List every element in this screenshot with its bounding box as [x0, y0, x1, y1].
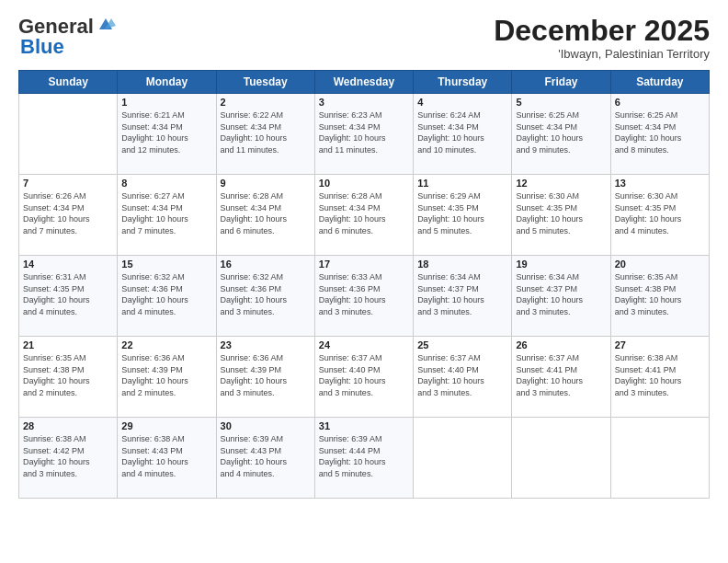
calendar-cell: 9Sunrise: 6:28 AM Sunset: 4:34 PM Daylig… — [216, 175, 314, 256]
header-day-tuesday: Tuesday — [216, 71, 314, 94]
day-info: Sunrise: 6:33 AM Sunset: 4:36 PM Dayligh… — [319, 271, 409, 317]
calendar-cell: 31Sunrise: 6:39 AM Sunset: 4:44 PM Dayli… — [314, 418, 413, 499]
calendar-cell — [19, 94, 118, 175]
day-number: 12 — [516, 178, 606, 189]
day-info: Sunrise: 6:25 AM Sunset: 4:34 PM Dayligh… — [615, 109, 705, 155]
day-info: Sunrise: 6:37 AM Sunset: 4:41 PM Dayligh… — [516, 352, 606, 398]
calendar-cell: 7Sunrise: 6:26 AM Sunset: 4:34 PM Daylig… — [19, 175, 118, 256]
day-number: 10 — [319, 178, 409, 189]
day-info: Sunrise: 6:35 AM Sunset: 4:38 PM Dayligh… — [23, 352, 113, 398]
day-info: Sunrise: 6:37 AM Sunset: 4:40 PM Dayligh… — [319, 352, 409, 398]
day-number: 11 — [417, 178, 507, 189]
day-number: 17 — [319, 259, 409, 270]
header-day-thursday: Thursday — [414, 71, 512, 94]
day-number: 30 — [221, 420, 311, 431]
header-day-saturday: Saturday — [610, 71, 709, 94]
header: General Blue December 2025 'Ibwayn, Pale… — [18, 15, 710, 61]
day-number: 23 — [221, 339, 311, 350]
day-info: Sunrise: 6:35 AM Sunset: 4:38 PM Dayligh… — [615, 271, 705, 317]
day-info: Sunrise: 6:39 AM Sunset: 4:44 PM Dayligh… — [319, 433, 409, 479]
calendar-cell: 3Sunrise: 6:23 AM Sunset: 4:34 PM Daylig… — [314, 94, 413, 175]
day-number: 14 — [23, 259, 113, 270]
subtitle: 'Ibwayn, Palestinian Territory — [494, 47, 710, 61]
calendar-cell: 18Sunrise: 6:34 AM Sunset: 4:37 PM Dayli… — [414, 256, 512, 337]
logo: General Blue — [18, 15, 116, 59]
calendar-page: General Blue December 2025 'Ibwayn, Pale… — [0, 0, 728, 563]
day-info: Sunrise: 6:32 AM Sunset: 4:36 PM Dayligh… — [221, 271, 311, 317]
day-number: 27 — [615, 339, 705, 350]
week-row-4: 21Sunrise: 6:35 AM Sunset: 4:38 PM Dayli… — [19, 337, 710, 418]
day-number: 18 — [417, 259, 507, 270]
calendar-cell: 6Sunrise: 6:25 AM Sunset: 4:34 PM Daylig… — [610, 94, 709, 175]
logo-icon — [96, 17, 116, 33]
day-number: 20 — [615, 259, 705, 270]
calendar-cell: 15Sunrise: 6:32 AM Sunset: 4:36 PM Dayli… — [118, 256, 216, 337]
day-info: Sunrise: 6:37 AM Sunset: 4:40 PM Dayligh… — [417, 352, 507, 398]
day-info: Sunrise: 6:30 AM Sunset: 4:35 PM Dayligh… — [516, 190, 606, 236]
day-info: Sunrise: 6:38 AM Sunset: 4:42 PM Dayligh… — [23, 433, 113, 479]
day-info: Sunrise: 6:25 AM Sunset: 4:34 PM Dayligh… — [516, 109, 606, 155]
calendar-cell: 19Sunrise: 6:34 AM Sunset: 4:37 PM Dayli… — [512, 256, 610, 337]
day-number: 6 — [615, 97, 705, 108]
day-number: 13 — [615, 178, 705, 189]
week-row-2: 7Sunrise: 6:26 AM Sunset: 4:34 PM Daylig… — [19, 175, 710, 256]
calendar-cell — [414, 418, 512, 499]
calendar-cell: 30Sunrise: 6:39 AM Sunset: 4:43 PM Dayli… — [216, 418, 314, 499]
day-number: 4 — [417, 97, 507, 108]
header-day-monday: Monday — [118, 71, 216, 94]
day-number: 26 — [516, 339, 606, 350]
calendar-cell: 8Sunrise: 6:27 AM Sunset: 4:34 PM Daylig… — [118, 175, 216, 256]
day-info: Sunrise: 6:39 AM Sunset: 4:43 PM Dayligh… — [221, 433, 311, 479]
day-info: Sunrise: 6:36 AM Sunset: 4:39 PM Dayligh… — [221, 352, 311, 398]
header-row: SundayMondayTuesdayWednesdayThursdayFrid… — [19, 71, 710, 94]
day-number: 24 — [319, 339, 409, 350]
day-number: 29 — [121, 420, 211, 431]
week-row-1: 1Sunrise: 6:21 AM Sunset: 4:34 PM Daylig… — [19, 94, 710, 175]
calendar-cell: 2Sunrise: 6:22 AM Sunset: 4:34 PM Daylig… — [216, 94, 314, 175]
calendar-cell: 12Sunrise: 6:30 AM Sunset: 4:35 PM Dayli… — [512, 175, 610, 256]
calendar-header: SundayMondayTuesdayWednesdayThursdayFrid… — [19, 71, 710, 94]
calendar-cell: 16Sunrise: 6:32 AM Sunset: 4:36 PM Dayli… — [216, 256, 314, 337]
day-info: Sunrise: 6:38 AM Sunset: 4:43 PM Dayligh… — [121, 433, 211, 479]
day-info: Sunrise: 6:21 AM Sunset: 4:34 PM Dayligh… — [121, 109, 211, 155]
day-number: 3 — [319, 97, 409, 108]
day-info: Sunrise: 6:28 AM Sunset: 4:34 PM Dayligh… — [319, 190, 409, 236]
day-info: Sunrise: 6:27 AM Sunset: 4:34 PM Dayligh… — [121, 190, 211, 236]
day-number: 19 — [516, 259, 606, 270]
calendar-cell: 29Sunrise: 6:38 AM Sunset: 4:43 PM Dayli… — [118, 418, 216, 499]
day-info: Sunrise: 6:26 AM Sunset: 4:34 PM Dayligh… — [23, 190, 113, 236]
header-day-wednesday: Wednesday — [314, 71, 413, 94]
day-info: Sunrise: 6:30 AM Sunset: 4:35 PM Dayligh… — [615, 190, 705, 236]
day-number: 15 — [121, 259, 211, 270]
logo-blue-text: Blue — [18, 35, 64, 59]
calendar-cell: 5Sunrise: 6:25 AM Sunset: 4:34 PM Daylig… — [512, 94, 610, 175]
month-title: December 2025 — [494, 15, 710, 47]
header-day-sunday: Sunday — [19, 71, 118, 94]
calendar-cell: 17Sunrise: 6:33 AM Sunset: 4:36 PM Dayli… — [314, 256, 413, 337]
calendar-cell: 27Sunrise: 6:38 AM Sunset: 4:41 PM Dayli… — [610, 337, 709, 418]
day-number: 9 — [221, 178, 311, 189]
calendar-cell: 25Sunrise: 6:37 AM Sunset: 4:40 PM Dayli… — [414, 337, 512, 418]
week-row-3: 14Sunrise: 6:31 AM Sunset: 4:35 PM Dayli… — [19, 256, 710, 337]
calendar-cell: 13Sunrise: 6:30 AM Sunset: 4:35 PM Dayli… — [610, 175, 709, 256]
calendar-cell: 11Sunrise: 6:29 AM Sunset: 4:35 PM Dayli… — [414, 175, 512, 256]
day-info: Sunrise: 6:36 AM Sunset: 4:39 PM Dayligh… — [121, 352, 211, 398]
calendar-cell: 28Sunrise: 6:38 AM Sunset: 4:42 PM Dayli… — [19, 418, 118, 499]
header-day-friday: Friday — [512, 71, 610, 94]
day-number: 22 — [121, 339, 211, 350]
day-number: 21 — [23, 339, 113, 350]
day-info: Sunrise: 6:22 AM Sunset: 4:34 PM Dayligh… — [221, 109, 311, 155]
day-info: Sunrise: 6:29 AM Sunset: 4:35 PM Dayligh… — [417, 190, 507, 236]
day-number: 5 — [516, 97, 606, 108]
calendar-cell: 4Sunrise: 6:24 AM Sunset: 4:34 PM Daylig… — [414, 94, 512, 175]
calendar-cell: 24Sunrise: 6:37 AM Sunset: 4:40 PM Dayli… — [314, 337, 413, 418]
calendar-cell — [610, 418, 709, 499]
day-info: Sunrise: 6:34 AM Sunset: 4:37 PM Dayligh… — [417, 271, 507, 317]
day-number: 28 — [23, 420, 113, 431]
day-info: Sunrise: 6:32 AM Sunset: 4:36 PM Dayligh… — [121, 271, 211, 317]
day-number: 25 — [417, 339, 507, 350]
calendar-cell: 23Sunrise: 6:36 AM Sunset: 4:39 PM Dayli… — [216, 337, 314, 418]
day-number: 7 — [23, 178, 113, 189]
day-number: 1 — [121, 97, 211, 108]
calendar-table: SundayMondayTuesdayWednesdayThursdayFrid… — [18, 70, 710, 499]
